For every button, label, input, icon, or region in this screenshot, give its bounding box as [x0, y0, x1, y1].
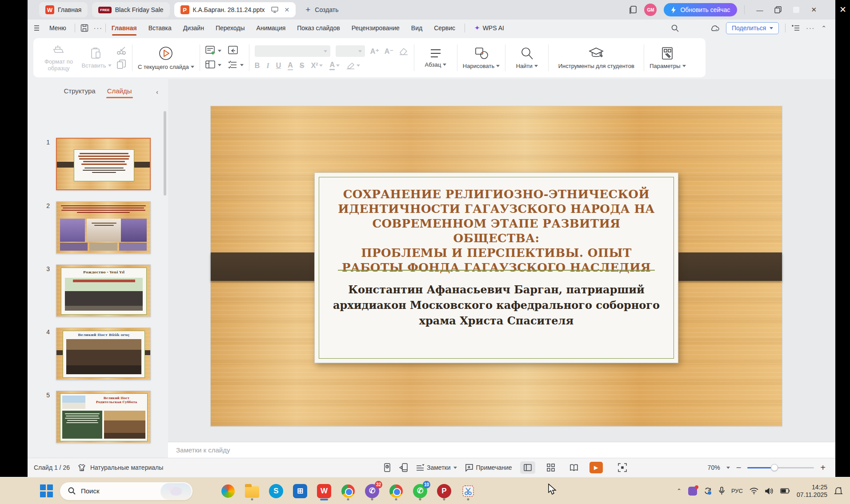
superscript-button[interactable]: X²: [311, 62, 323, 70]
zoom-value[interactable]: 70%: [708, 464, 720, 471]
cloud-sync-icon[interactable]: [710, 24, 720, 32]
scissors-icon[interactable]: [117, 46, 127, 55]
taskbar-explorer[interactable]: [244, 481, 261, 501]
notes-bar[interactable]: Заметки к слайду: [168, 442, 835, 458]
menu-tab-animation[interactable]: Анимация: [251, 24, 292, 32]
format-painter-button[interactable]: Формат по образцу: [41, 44, 76, 72]
clear-format-icon[interactable]: [399, 47, 409, 55]
tray-wifi-icon[interactable]: [750, 488, 758, 494]
slide-thumbnail-3[interactable]: Рождество - Yeni Yıl: [56, 264, 151, 317]
options-button[interactable]: Параметры: [650, 47, 686, 69]
tray-expand-icon[interactable]: ⌃: [677, 488, 682, 494]
collapse-sidebar-icon[interactable]: ‹: [156, 88, 158, 96]
menu-tab-insert[interactable]: Вставка: [143, 24, 177, 32]
tray-sync-icon[interactable]: [704, 487, 712, 495]
tab-home[interactable]: W Главная: [39, 2, 88, 17]
slide-layout-button[interactable]: [205, 60, 221, 70]
zoom-out-button[interactable]: −: [736, 463, 742, 473]
snap-layout-icon[interactable]: [793, 7, 799, 13]
comment-button[interactable]: Примечание: [465, 464, 512, 472]
zoom-slider-knob[interactable]: [771, 464, 778, 471]
bold-button[interactable]: B: [255, 62, 260, 70]
cast-to-device-icon[interactable]: [399, 463, 408, 472]
menu-tab-view[interactable]: Вид: [405, 24, 428, 32]
zoom-in-button[interactable]: +: [820, 463, 826, 473]
underline-button[interactable]: U: [276, 62, 281, 70]
avatar[interactable]: GM: [644, 4, 657, 16]
outer-close-icon[interactable]: ✕: [839, 4, 846, 15]
taskbar-skype[interactable]: S: [268, 481, 285, 501]
taskbar-wps-presentation[interactable]: P: [436, 481, 453, 501]
wps-ai-button[interactable]: ✦ WPS AI: [469, 24, 510, 32]
update-now-button[interactable]: Обновить сейчас: [664, 3, 737, 16]
reset-slide-button[interactable]: [228, 46, 244, 56]
draw-button[interactable]: Нарисовать: [463, 47, 500, 69]
slide-card[interactable]: СОХРАНЕНИЕ РЕЛИГИОЗНО-ЭТНИЧЕСКОЙ ИДЕНТИЧ…: [314, 172, 678, 363]
taskbar-chrome-profile[interactable]: [388, 481, 405, 501]
customize-toolbar-icon[interactable]: [792, 24, 800, 32]
taskbar-snipping-tool[interactable]: [460, 481, 477, 501]
present-mode-icon[interactable]: [271, 7, 278, 13]
menu-tab-tools[interactable]: Сервис: [428, 24, 461, 32]
taskbar-viber[interactable]: ✆32: [364, 481, 381, 501]
menu-tab-review[interactable]: Рецензирование: [346, 24, 405, 32]
slide-thumbnail-4[interactable]: Великий Пост Büük oruç: [56, 328, 151, 380]
tab-document[interactable]: P К.А.Барган. 28.11.24.pptx ✕: [174, 2, 296, 17]
more-options-icon[interactable]: ···: [806, 24, 815, 32]
new-slide-button[interactable]: [205, 46, 221, 56]
slide-title[interactable]: СОХРАНЕНИЕ РЕЛИГИОЗНО-ЭТНИЧЕСКОЙ ИДЕНТИЧ…: [333, 187, 660, 275]
student-tools-button[interactable]: Инструменты для студентов: [554, 47, 638, 69]
taskbar-store[interactable]: ⊞: [292, 481, 309, 501]
slide-thumbnail-5[interactable]: Великий Пост Родительская Суббота: [56, 391, 151, 443]
tray-clock[interactable]: 14:25 07.11.2025: [797, 484, 827, 499]
multi-window-icon[interactable]: [629, 6, 637, 14]
reading-view-button[interactable]: [566, 461, 581, 474]
more-commands-icon[interactable]: ···: [94, 24, 103, 32]
current-slide[interactable]: СОХРАНЕНИЕ РЕЛИГИОЗНО-ЭТНИЧЕСКОЙ ИДЕНТИЧ…: [211, 106, 782, 426]
close-tab-icon[interactable]: ✕: [285, 6, 290, 13]
italic-button[interactable]: I: [266, 62, 269, 70]
collapse-ribbon-icon[interactable]: ⌃: [821, 24, 826, 32]
menu-tab-slideshow[interactable]: Показ слайдов: [291, 24, 345, 32]
fullscreen-icon[interactable]: [618, 463, 627, 472]
strikethrough-button[interactable]: S: [300, 62, 305, 70]
new-tab-button[interactable]: + Создать: [305, 5, 338, 15]
font-size-select[interactable]: [336, 45, 365, 57]
tray-viber-icon[interactable]: [688, 487, 697, 496]
taskbar-search[interactable]: Поиск: [60, 482, 193, 500]
menu-tab-design[interactable]: Дизайн: [177, 24, 210, 32]
tray-language[interactable]: РУС: [731, 488, 743, 494]
zoom-slider[interactable]: [747, 467, 814, 468]
highlight-button[interactable]: [346, 62, 360, 69]
taskbar-wps[interactable]: W: [316, 481, 333, 501]
find-button[interactable]: Найти: [511, 47, 543, 69]
copy-icon[interactable]: [117, 60, 126, 69]
taskbar-whatsapp[interactable]: ✆10: [412, 481, 429, 501]
tray-volume-icon[interactable]: [765, 488, 774, 495]
device-preview-icon[interactable]: [383, 463, 391, 472]
play-from-current-button[interactable]: С текущего слайда: [138, 46, 194, 70]
menu-button[interactable]: Меню: [44, 24, 72, 32]
paragraph-button[interactable]: Абзац: [420, 48, 452, 68]
close-window-button[interactable]: ✕: [811, 6, 817, 14]
share-button[interactable]: Поделиться: [726, 22, 779, 34]
slideshow-play-button[interactable]: ▶: [589, 462, 603, 473]
start-button[interactable]: [40, 484, 53, 498]
taskbar-copilot[interactable]: [220, 481, 237, 501]
slide-thumbnail-2[interactable]: [56, 201, 151, 254]
tray-microphone-icon[interactable]: [719, 487, 725, 495]
font-name-select[interactable]: [255, 45, 330, 57]
slide-canvas[interactable]: СОХРАНЕНИЕ РЕЛИГИОЗНО-ЭТНИЧЕСКОЙ ИДЕНТИЧ…: [168, 79, 835, 442]
char-spacing-button[interactable]: А: [288, 61, 293, 70]
taskbar-chrome[interactable]: [340, 481, 357, 501]
minimize-button[interactable]: —: [756, 6, 763, 14]
notes-toggle-button[interactable]: Заметки: [416, 464, 457, 471]
save-icon[interactable]: [80, 24, 88, 32]
increase-font-button[interactable]: A⁺: [370, 47, 379, 56]
search-icon[interactable]: [671, 24, 679, 32]
normal-view-button[interactable]: [520, 461, 535, 474]
notification-bell-icon[interactable]: [834, 487, 843, 496]
slide-sorter-view-button[interactable]: [543, 461, 558, 474]
tab-outline[interactable]: Структура: [64, 87, 95, 95]
menu-tab-transitions[interactable]: Переходы: [210, 24, 251, 32]
